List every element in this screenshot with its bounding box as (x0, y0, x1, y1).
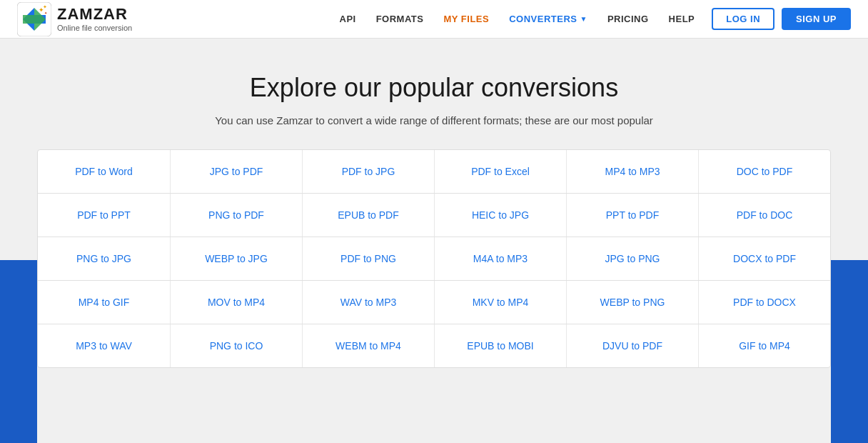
main-content: Explore our popular conversions You can … (0, 39, 868, 443)
conversion-link-1-5[interactable]: PDF to DOC (737, 209, 793, 221)
conversion-link-1-0[interactable]: PDF to PPT (77, 209, 131, 221)
conversion-cell-0-0[interactable]: PDF to Word (38, 150, 170, 193)
logo-icon: ✦ ✦ ✦ (17, 2, 51, 36)
conversion-cell-4-0[interactable]: MP3 to WAV (38, 324, 170, 367)
conversion-link-0-0[interactable]: PDF to Word (75, 166, 133, 177)
site-header: ✦ ✦ ✦ ZAMZAR Online file conversion API … (0, 0, 868, 39)
conversion-cell-3-0[interactable]: MP4 to GIF (38, 281, 170, 324)
conversion-link-4-1[interactable]: PNG to ICO (210, 340, 263, 352)
conversion-link-1-4[interactable]: PPT to PDF (606, 209, 659, 221)
nav-converters[interactable]: CONVERTERS ▼ (509, 14, 587, 24)
conversion-link-4-3[interactable]: EPUB to MOBI (467, 340, 533, 352)
hero-section: Explore our popular conversions You can … (0, 39, 868, 149)
conversion-cell-4-4[interactable]: DJVU to PDF (566, 324, 698, 367)
conversion-link-3-1[interactable]: MOV to MP4 (208, 297, 265, 308)
conversion-cell-2-0[interactable]: PNG to JPG (38, 237, 170, 280)
signup-button[interactable]: SIGN UP (782, 8, 851, 30)
main-nav: API FORMATS MY FILES CONVERTERS ▼ PRICIN… (340, 14, 695, 24)
conversion-cell-3-1[interactable]: MOV to MP4 (170, 281, 302, 324)
conversion-link-3-2[interactable]: WAV to MP3 (340, 297, 397, 308)
conversion-cell-4-3[interactable]: EPUB to MOBI (434, 324, 566, 367)
nav-api[interactable]: API (340, 14, 356, 24)
conversion-link-2-1[interactable]: WEBP to JPG (205, 253, 268, 264)
conversion-cell-0-5[interactable]: DOC to PDF (698, 150, 830, 193)
conversion-cell-3-2[interactable]: WAV to MP3 (302, 281, 434, 324)
conversion-link-0-1[interactable]: JPG to PDF (210, 166, 263, 177)
conversion-cell-3-4[interactable]: WEBP to PNG (566, 281, 698, 324)
conversion-link-2-3[interactable]: M4A to MP3 (473, 253, 528, 264)
conversion-link-1-1[interactable]: PNG to PDF (208, 209, 264, 221)
logo-name: ZAMZAR (57, 6, 132, 23)
logo-link[interactable]: ✦ ✦ ✦ ZAMZAR Online file conversion (17, 2, 132, 36)
conversion-cell-3-3[interactable]: MKV to MP4 (434, 281, 566, 324)
conversion-cell-4-2[interactable]: WEBM to MP4 (302, 324, 434, 367)
conversion-link-3-4[interactable]: WEBP to PNG (600, 297, 665, 308)
conversion-link-2-0[interactable]: PNG to JPG (76, 253, 131, 264)
conversion-cell-4-5[interactable]: GIF to MP4 (698, 324, 830, 367)
svg-text:✦: ✦ (43, 4, 47, 9)
conversion-cell-1-0[interactable]: PDF to PPT (38, 194, 170, 237)
conversion-cell-2-4[interactable]: JPG to PNG (566, 237, 698, 280)
conversion-link-3-3[interactable]: MKV to MP4 (473, 297, 529, 308)
header-buttons: LOG IN SIGN UP (712, 8, 851, 30)
conversion-link-0-4[interactable]: MP4 to MP3 (605, 166, 660, 177)
conversion-link-4-0[interactable]: MP3 to WAV (76, 340, 132, 352)
svg-text:✦: ✦ (44, 11, 47, 15)
conversion-cell-0-4[interactable]: MP4 to MP3 (566, 150, 698, 193)
conversion-cell-2-2[interactable]: PDF to PNG (302, 237, 434, 280)
nav-pricing[interactable]: PRICING (607, 14, 649, 24)
nav-my-files[interactable]: MY FILES (443, 14, 489, 24)
conversion-cell-0-1[interactable]: JPG to PDF (170, 150, 302, 193)
hero-title: Explore our popular conversions (14, 73, 854, 103)
conversion-cell-2-3[interactable]: M4A to MP3 (434, 237, 566, 280)
conversion-link-1-3[interactable]: HEIC to JPG (472, 209, 529, 221)
conversion-cell-4-1[interactable]: PNG to ICO (170, 324, 302, 367)
conversion-cell-2-1[interactable]: WEBP to JPG (170, 237, 302, 280)
conversion-link-4-4[interactable]: DJVU to PDF (602, 340, 662, 352)
converters-dropdown-icon: ▼ (580, 15, 587, 23)
conversion-link-0-3[interactable]: PDF to Excel (471, 166, 530, 177)
conversion-cell-2-5[interactable]: DOCX to PDF (698, 237, 830, 280)
conversion-row-4: MP3 to WAVPNG to ICOWEBM to MP4EPUB to M… (38, 324, 830, 367)
conversion-link-0-5[interactable]: DOC to PDF (737, 166, 793, 177)
conversion-link-3-5[interactable]: PDF to DOCX (733, 297, 796, 308)
conversion-cell-0-2[interactable]: PDF to JPG (302, 150, 434, 193)
conversion-link-2-2[interactable]: PDF to PNG (340, 253, 396, 264)
nav-help[interactable]: HELP (669, 14, 695, 24)
conversion-cell-1-4[interactable]: PPT to PDF (566, 194, 698, 237)
login-button[interactable]: LOG IN (712, 8, 774, 30)
conversion-row-2: PNG to JPGWEBP to JPGPDF to PNGM4A to MP… (38, 237, 830, 281)
conversion-link-2-5[interactable]: DOCX to PDF (733, 253, 796, 264)
conversion-cell-1-1[interactable]: PNG to PDF (170, 194, 302, 237)
conversion-cell-3-5[interactable]: PDF to DOCX (698, 281, 830, 324)
hero-subtitle: You can use Zamzar to convert a wide ran… (14, 114, 854, 126)
conversion-link-4-2[interactable]: WEBM to MP4 (335, 340, 401, 352)
conversion-cell-0-3[interactable]: PDF to Excel (434, 150, 566, 193)
conversion-link-0-2[interactable]: PDF to JPG (342, 166, 395, 177)
conversions-card: PDF to WordJPG to PDFPDF to JPGPDF to Ex… (37, 149, 831, 368)
conversion-link-2-4[interactable]: JPG to PNG (605, 253, 660, 264)
conversion-row-0: PDF to WordJPG to PDFPDF to JPGPDF to Ex… (38, 150, 830, 194)
conversion-row-3: MP4 to GIFMOV to MP4WAV to MP3MKV to MP4… (38, 281, 830, 324)
conversion-cell-1-5[interactable]: PDF to DOC (698, 194, 830, 237)
conversion-cell-1-2[interactable]: EPUB to PDF (302, 194, 434, 237)
conversion-cell-1-3[interactable]: HEIC to JPG (434, 194, 566, 237)
conversion-link-1-2[interactable]: EPUB to PDF (338, 209, 399, 221)
logo-subtitle: Online file conversion (57, 24, 132, 32)
conversion-row-1: PDF to PPTPNG to PDFEPUB to PDFHEIC to J… (38, 194, 830, 237)
nav-formats[interactable]: FORMATS (376, 14, 424, 24)
conversion-link-4-5[interactable]: GIF to MP4 (739, 340, 790, 352)
conversion-link-3-0[interactable]: MP4 to GIF (79, 297, 130, 308)
